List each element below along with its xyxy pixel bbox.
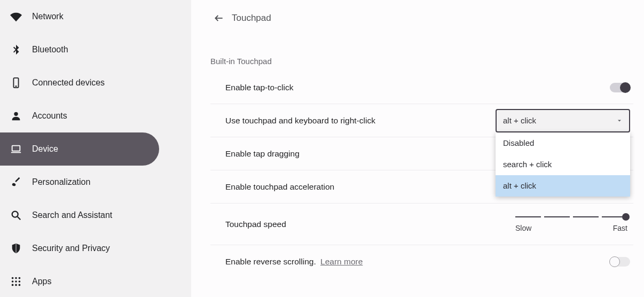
setting-speed: Touchpad speed Slow Fast	[210, 204, 633, 245]
shield-icon	[10, 242, 22, 255]
brush-icon	[10, 176, 22, 189]
apps-icon	[10, 275, 22, 288]
setting-label: Enable reverse scrolling. Learn more	[225, 257, 363, 267]
sidebar-item-search-assistant[interactable]: Search and Assistant	[0, 199, 191, 232]
sidebar-item-label: Security and Privacy	[32, 244, 110, 253]
slider-min-label: Slow	[515, 224, 531, 232]
sidebar-item-personalization[interactable]: Personalization	[0, 166, 191, 199]
svg-point-15	[19, 284, 21, 286]
svg-rect-3	[12, 146, 20, 151]
phone-icon	[10, 76, 22, 89]
main-content: Touchpad Built-in Touchpad Enable tap-to…	[191, 0, 644, 297]
sidebar-item-label: Connected devices	[32, 78, 105, 88]
setting-reverse-scrolling: Enable reverse scrolling. Learn more	[210, 245, 633, 278]
back-button[interactable]	[210, 10, 227, 27]
chevron-down-icon	[616, 118, 623, 124]
arrow-left-icon	[214, 13, 224, 24]
right-click-select[interactable]: alt + click Disabled search + click alt …	[496, 109, 630, 132]
svg-point-11	[15, 280, 17, 283]
setting-label: Enable tap dragging	[225, 149, 300, 159]
sidebar-item-bluetooth[interactable]: Bluetooth	[0, 33, 191, 66]
sidebar-item-label: Device	[32, 144, 58, 154]
svg-point-5	[12, 212, 18, 217]
sidebar-item-label: Search and Assistant	[32, 210, 112, 220]
svg-point-14	[15, 284, 17, 286]
sidebar-item-accounts[interactable]: Accounts	[0, 99, 191, 132]
setting-label: Touchpad speed	[225, 220, 286, 229]
reverse-scrolling-toggle[interactable]	[610, 257, 630, 267]
sidebar-item-label: Personalization	[32, 177, 90, 187]
sidebar-item-label: Bluetooth	[32, 45, 68, 54]
section-label: Built-in Touchpad	[210, 57, 633, 66]
learn-more-link[interactable]: Learn more	[320, 257, 363, 266]
sidebar: Network Bluetooth Connected devices Acco…	[0, 0, 191, 297]
setting-label: Enable tap-to-click	[225, 83, 294, 92]
select-value: alt + click	[503, 116, 536, 125]
svg-point-8	[15, 277, 17, 279]
dropdown-option-search-click[interactable]: search + click	[496, 154, 630, 175]
sidebar-item-label: Accounts	[32, 111, 67, 121]
svg-point-2	[14, 112, 18, 116]
right-click-dropdown: Disabled search + click alt + click	[496, 132, 630, 197]
sidebar-item-apps[interactable]: Apps	[0, 265, 191, 297]
setting-tap-to-click: Enable tap-to-click	[210, 71, 633, 104]
svg-point-12	[19, 280, 21, 283]
search-icon	[10, 209, 22, 222]
setting-right-click: Use touchpad and keyboard to right-click…	[210, 104, 633, 137]
sidebar-item-label: Network	[32, 12, 64, 21]
person-icon	[10, 110, 22, 122]
wifi-icon	[10, 10, 22, 23]
bluetooth-icon	[10, 43, 22, 56]
page-title: Touchpad	[232, 13, 271, 24]
dropdown-option-alt-click[interactable]: alt + click	[496, 175, 630, 197]
sidebar-item-network[interactable]: Network	[0, 0, 191, 33]
slider-max-label: Fast	[613, 224, 627, 232]
svg-line-6	[18, 217, 21, 220]
dropdown-option-disabled[interactable]: Disabled	[496, 132, 630, 154]
tap-to-click-toggle[interactable]	[610, 83, 630, 92]
svg-point-13	[12, 284, 14, 286]
svg-point-7	[12, 277, 14, 279]
svg-point-10	[12, 280, 14, 283]
laptop-icon	[10, 143, 22, 155]
speed-slider-wrap: Slow Fast	[513, 216, 630, 232]
sidebar-item-connected-devices[interactable]: Connected devices	[0, 66, 191, 99]
speed-slider[interactable]	[515, 216, 627, 217]
slider-knob[interactable]	[622, 213, 630, 221]
setting-label: Use touchpad and keyboard to right-click	[225, 116, 375, 126]
sidebar-item-device[interactable]: Device	[0, 132, 159, 166]
page-header: Touchpad	[210, 7, 633, 29]
setting-label: Enable touchpad acceleration	[225, 182, 334, 192]
sidebar-item-label: Apps	[32, 277, 51, 286]
sidebar-item-security-privacy[interactable]: Security and Privacy	[0, 232, 191, 265]
svg-point-9	[19, 277, 21, 279]
